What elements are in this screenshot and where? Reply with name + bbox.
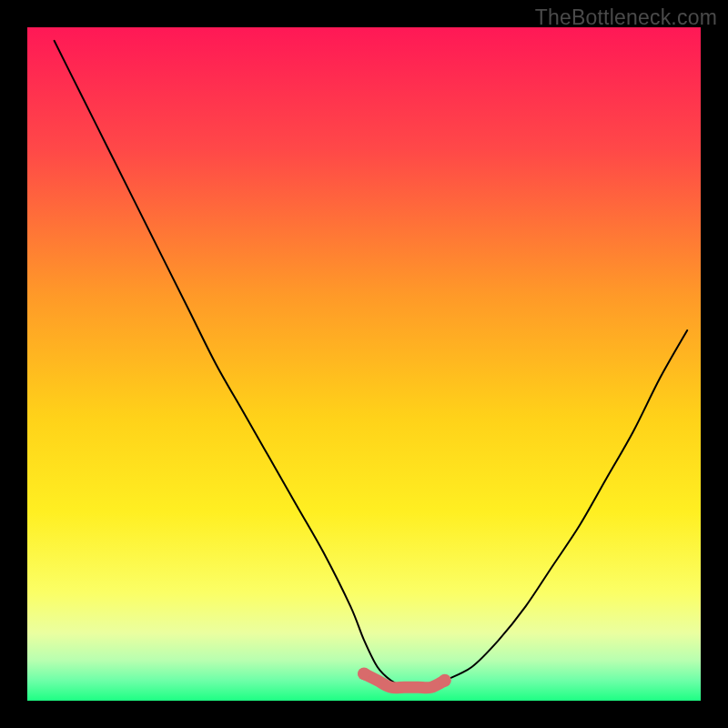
highlight-endpoint [358,667,370,680]
highlight-endpoint [439,674,451,687]
bottleneck-chart [27,27,701,701]
watermark-text: TheBottleneck.com [535,5,717,30]
chart-canvas [27,27,701,701]
chart-background [27,27,701,701]
